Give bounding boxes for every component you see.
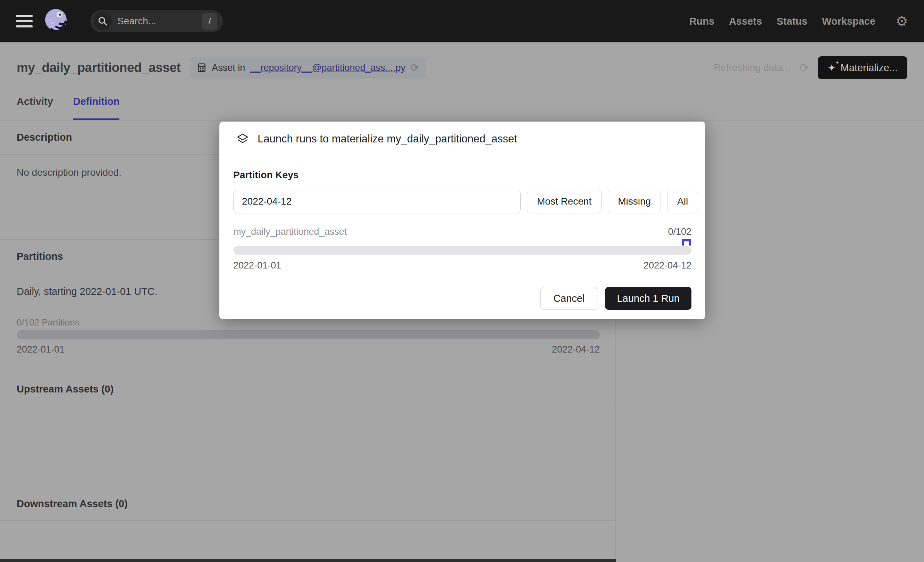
launch-runs-dialog: Launch runs to materialize my_daily_part… <box>219 122 705 319</box>
dagster-logo[interactable] <box>43 8 70 35</box>
selected-partition-marker <box>682 239 691 246</box>
all-button[interactable]: All <box>667 190 698 213</box>
launch-run-button[interactable]: Launch 1 Run <box>605 287 692 310</box>
reload-location-icon[interactable]: ⟳ <box>410 63 419 73</box>
dialog-title: Launch runs to materialize my_daily_part… <box>258 133 517 145</box>
most-recent-button[interactable]: Most Recent <box>527 190 602 213</box>
nav-links: Runs Assets Status Workspace ⚙ <box>689 14 908 28</box>
partitions-start-date: 2022-01-01 <box>16 344 64 355</box>
materialize-button[interactable]: ✦ Materialize... <box>818 56 908 79</box>
refresh-data-icon[interactable]: ⟳ <box>800 62 809 73</box>
dialog-partition-count: 0/102 <box>668 227 692 237</box>
page-title: my_daily_partitioned_asset <box>16 60 180 75</box>
partition-keys-input[interactable] <box>233 190 520 213</box>
tab-bar: Activity Definition <box>16 96 119 120</box>
search-bar[interactable]: / <box>90 10 223 32</box>
downstream-section-header: Downstream Assets (0) <box>0 487 615 521</box>
refreshing-status: Refreshing data... <box>714 62 790 73</box>
horizontal-scrollbar[interactable] <box>0 559 616 562</box>
search-input[interactable] <box>117 16 183 27</box>
partitions-progress-bar <box>16 330 600 340</box>
nav-link-status[interactable]: Status <box>777 16 807 27</box>
repository-icon <box>196 63 207 73</box>
partition-keys-label: Partition Keys <box>233 170 692 180</box>
asset-layers-icon <box>236 132 249 146</box>
asset-location-tag: Asset in __repository__@partitioned_ass.… <box>189 57 426 78</box>
dialog-progress-bar[interactable] <box>233 246 692 255</box>
gear-icon[interactable]: ⚙ <box>896 14 908 28</box>
dialog-asset-name: my_daily_partitioned_asset <box>233 227 347 237</box>
nav-link-workspace[interactable]: Workspace <box>822 16 875 27</box>
search-icon <box>94 12 112 30</box>
nav-link-runs[interactable]: Runs <box>689 16 715 27</box>
upstream-section-header: Upstream Assets (0) <box>0 372 615 406</box>
search-shortcut-key: / <box>202 13 217 30</box>
tab-definition[interactable]: Definition <box>73 96 120 120</box>
nav-link-assets[interactable]: Assets <box>729 16 762 27</box>
hamburger-menu-icon[interactable] <box>16 15 33 27</box>
sparkle-icon: ✦ <box>828 62 836 74</box>
tab-activity[interactable]: Activity <box>16 96 53 120</box>
dialog-range-end: 2022-04-12 <box>644 260 692 271</box>
dialog-range-start: 2022-01-01 <box>233 260 281 271</box>
partitions-schedule: Daily, starting 2022-01-01 UTC. <box>16 286 158 298</box>
asset-in-label: Asset in <box>212 63 245 73</box>
asset-location-link[interactable]: __repository__@partitioned_ass....py <box>250 63 405 73</box>
partitions-count: 0/102 Partitions <box>16 317 80 328</box>
partitions-end-date: 2022-04-12 <box>552 344 600 355</box>
materialize-label: Materialize... <box>841 62 898 74</box>
missing-button[interactable]: Missing <box>608 190 661 213</box>
cancel-button[interactable]: Cancel <box>540 287 597 310</box>
dialog-header: Launch runs to materialize my_daily_part… <box>219 122 705 156</box>
top-nav: / Runs Assets Status Workspace ⚙ <box>0 0 924 42</box>
description-body: No description provided. <box>16 167 122 178</box>
